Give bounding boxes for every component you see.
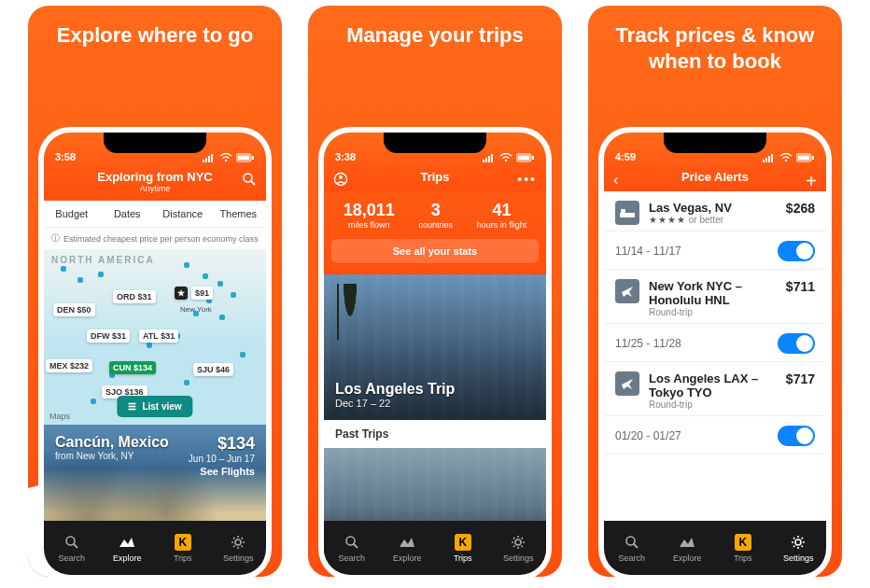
nav-explore[interactable]: Explore [380,521,436,575]
nav-trips[interactable]: K Trips [155,521,211,575]
see-flights-link[interactable]: See Flights [189,466,255,477]
svg-rect-0 [203,160,204,162]
nav-search[interactable]: Search [604,521,660,575]
alert-toggle[interactable] [778,426,815,446]
gear-icon [790,534,807,551]
price-alert-item[interactable]: Los Angeles LAX – Tokyo TYO Round-trip $… [604,362,826,416]
see-all-stats-button[interactable]: See all your stats [331,239,539,263]
alert-sub: Round-trip [649,307,777,317]
alert-toggle[interactable] [778,241,815,261]
tab-themes[interactable]: Themes [211,201,267,227]
past-trips-header: Past Trips [324,420,546,448]
svg-rect-28 [768,156,770,162]
promo-panel-alerts: Track prices & know when to book 4:59 ‹ … [588,6,842,577]
dest-price: $134 [189,434,255,454]
nav-settings[interactable]: Settings [491,521,547,575]
svg-line-9 [251,181,255,185]
trips-icon: K [175,534,191,551]
svg-point-23 [346,537,355,545]
nav-settings[interactable]: Settings [771,521,827,575]
alert-toggle[interactable] [778,333,815,354]
tab-distance[interactable]: Distance [155,201,211,227]
svg-point-22 [339,175,343,179]
price-alert-item[interactable]: New York NYC – Honolulu HNL Round-trip $… [604,270,826,324]
map-pin-star[interactable]: ★ [175,287,188,300]
header-title: Price Alerts [613,170,817,184]
alert-sub: ★★★★ or better [649,215,777,225]
signal-icon [483,154,496,162]
flight-icon [615,279,639,303]
nav-search[interactable]: Search [44,521,100,575]
more-icon[interactable]: ••• [517,172,537,187]
tab-bar: Search Explore KTrips Settings [604,521,826,575]
svg-line-11 [74,544,77,548]
svg-line-37 [634,544,638,548]
alert-dates: 11/25 - 11/28 [615,337,681,350]
alert-title: Las Vegas, NV [649,201,777,215]
dest-from: from New York, NY [55,451,169,461]
promo-panel-trips: Manage your trips 3:38 Trips ••• [308,6,562,577]
phone-notch [664,133,766,153]
alert-dates: 11/14 - 11/17 [615,245,681,258]
wifi-icon [219,153,232,162]
panel-title: Track prices & know when to book [588,6,842,83]
maps-credit: Maps [49,412,70,421]
svg-point-4 [225,160,227,161]
info-icon: ⓘ [51,232,60,245]
alert-title: New York NYC – Honolulu HNL [649,279,777,307]
svg-rect-7 [252,156,254,160]
battery-icon [516,153,535,162]
explore-map[interactable]: NORTH AMERICA ORD $31 DEN $50 DFW $31 AT… [44,249,266,425]
alert-dates-row: 01/20 - 01/27 [604,416,826,455]
svg-rect-1 [205,158,207,162]
map-region-label: NORTH AMERICA [51,255,155,265]
nav-trips[interactable]: KTrips [715,521,771,575]
nav-explore[interactable]: Explore [660,521,716,575]
phone-notch [384,133,486,153]
panel-title: Explore where to go [28,6,282,58]
dest-dates: Jun 10 – Jun 17 [189,454,255,464]
list-view-button[interactable]: ☰ List view [117,396,192,417]
status-time: 3:38 [335,151,356,162]
nav-settings[interactable]: Settings [211,521,267,575]
svg-rect-16 [491,154,493,162]
map-pin-ord[interactable]: ORD $31 [113,290,156,303]
price-alert-item[interactable]: Las Vegas, NV ★★★★ or better $268 [604,191,826,231]
nav-explore[interactable]: Explore [100,521,156,575]
alert-price: $711 [786,279,815,294]
map-pin-dfw[interactable]: DFW $31 [87,329,130,343]
back-icon[interactable]: ‹ [613,172,618,189]
map-pin-atl[interactable]: ATL $31 [139,329,178,343]
map-pin-mex[interactable]: MEX $232 [46,359,92,372]
explore-icon [119,534,135,551]
tab-budget[interactable]: Budget [44,201,100,227]
map-pin-sju[interactable]: SJU $46 [193,363,233,376]
svg-rect-35 [621,209,625,213]
gear-icon [230,534,246,551]
svg-rect-33 [812,156,814,160]
trips-icon: K [735,534,751,551]
trips-icon: K [455,534,471,551]
nav-trips[interactable]: KTrips [435,521,491,575]
svg-point-17 [505,160,507,161]
nav-search[interactable]: Search [324,521,380,575]
trip-card-current[interactable]: Los Angeles Trip Dec 17 – 22 [324,274,546,420]
explore-icon [679,534,695,551]
screen-header: ‹ Price Alerts + [604,164,826,191]
tab-dates[interactable]: Dates [100,201,156,227]
search-icon [624,534,640,551]
profile-icon[interactable] [333,172,348,190]
explore-icon [399,534,415,551]
svg-rect-29 [771,154,773,162]
hotel-icon [615,201,639,225]
map-pin-den[interactable]: DEN $50 [53,303,95,316]
search-icon[interactable] [242,172,257,190]
map-pin-star-price[interactable]: $91 [191,287,213,300]
phone-frame: 3:58 Exploring from NYC Anytime Budg [38,127,272,577]
add-icon[interactable]: + [806,172,817,190]
map-pin-cun[interactable]: CUN $134 [109,361,156,374]
alert-title: Los Angeles LAX – Tokyo TYO [649,371,777,399]
tab-bar: Search Explore KTrips Settings [324,521,546,575]
destination-card[interactable]: Cancún, Mexico from New York, NY $134 Ju… [44,425,266,535]
trip-name: Los Angeles Trip [335,381,455,398]
